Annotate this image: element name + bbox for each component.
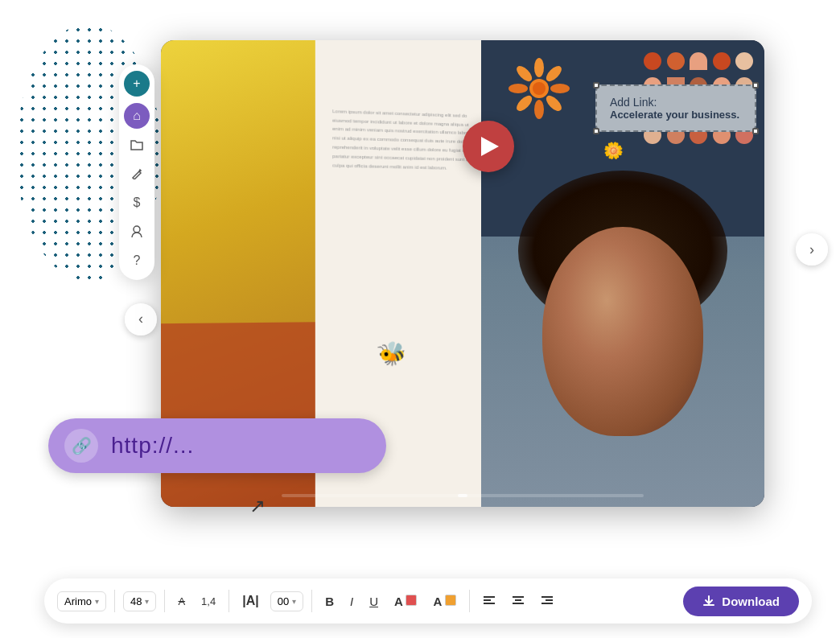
corner-handle-tr[interactable] bbox=[752, 82, 759, 88]
fill-color-button[interactable]: A bbox=[428, 591, 460, 611]
number-chevron-icon: ▾ bbox=[292, 597, 296, 606]
mouse-cursor: ↗ bbox=[249, 495, 266, 517]
text-color-swatch bbox=[406, 595, 417, 606]
svg-point-8 bbox=[514, 93, 534, 113]
bold-button[interactable]: B bbox=[320, 591, 339, 611]
divider-1 bbox=[114, 590, 115, 612]
woman-face bbox=[542, 227, 703, 436]
font-name-label: Arimo bbox=[64, 595, 92, 607]
page-text: Lorem ipsum dolor sit amet consectetur a… bbox=[332, 107, 476, 173]
number-label: 00 bbox=[278, 595, 289, 607]
pen-button[interactable] bbox=[124, 161, 150, 187]
link-icon: 🔗 bbox=[64, 429, 98, 463]
svg-point-9 bbox=[509, 84, 528, 93]
divider-4 bbox=[311, 590, 312, 612]
add-link-title: Add Link: bbox=[610, 96, 742, 109]
align-center-button[interactable] bbox=[507, 592, 529, 610]
number-select[interactable]: 00 ▾ bbox=[270, 591, 303, 611]
download-label: Download bbox=[722, 595, 780, 608]
url-bar[interactable]: 🔗 http://... bbox=[48, 418, 386, 473]
svg-point-10 bbox=[514, 64, 534, 84]
divider-2 bbox=[164, 590, 165, 612]
underline-button[interactable]: U bbox=[364, 591, 383, 611]
svg-point-3 bbox=[534, 58, 544, 77]
font-chevron-icon: ▾ bbox=[95, 597, 99, 606]
align-right-icon bbox=[541, 595, 554, 607]
text-strikethrough-icon: A bbox=[178, 595, 185, 607]
divider-5 bbox=[469, 590, 470, 612]
help-button[interactable]: ? bbox=[124, 248, 150, 274]
play-button[interactable] bbox=[463, 121, 514, 172]
add-link-tooltip: Add Link: Accelerate your business. bbox=[595, 84, 756, 132]
nav-arrow-right[interactable]: › bbox=[796, 233, 828, 265]
bottom-toolbar: Arimo ▾ 48 ▾ A 1,4 |A| 00 ▾ B I U A bbox=[44, 578, 812, 624]
scroll-bar[interactable] bbox=[282, 494, 644, 497]
italic-button[interactable]: I bbox=[345, 591, 358, 611]
url-text: http://... bbox=[111, 433, 194, 459]
add-button[interactable]: + bbox=[124, 71, 150, 97]
spacing-value: 1,4 bbox=[201, 595, 216, 607]
line-spacing-item: 1,4 bbox=[196, 592, 220, 611]
align-left-button[interactable] bbox=[478, 592, 500, 610]
fill-color-icon: A bbox=[433, 595, 455, 608]
svg-point-4 bbox=[544, 64, 564, 84]
add-link-subtitle: Accelerate your business. bbox=[610, 109, 742, 121]
text-color-icon: A bbox=[394, 595, 417, 608]
align-right-button[interactable] bbox=[536, 592, 558, 610]
bold-icon: B bbox=[325, 595, 334, 608]
size-chevron-icon: ▾ bbox=[145, 597, 149, 606]
char-spacing-btn[interactable]: |A| bbox=[237, 591, 264, 611]
font-family-select[interactable]: Arimo ▾ bbox=[57, 591, 106, 611]
download-icon bbox=[702, 595, 715, 607]
home-button[interactable]: ⌂ bbox=[124, 103, 150, 129]
corner-handle-br[interactable] bbox=[752, 128, 759, 134]
text-strikethrough-btn[interactable]: A bbox=[173, 592, 190, 611]
download-button[interactable]: Download bbox=[683, 587, 799, 616]
font-size-label: 48 bbox=[130, 595, 142, 607]
align-center-icon bbox=[512, 595, 525, 607]
svg-point-6 bbox=[544, 93, 564, 113]
align-left-icon bbox=[483, 595, 496, 607]
svg-point-2 bbox=[533, 82, 546, 95]
user-button[interactable] bbox=[124, 219, 150, 245]
corner-handle-tl[interactable] bbox=[593, 82, 599, 88]
svg-point-7 bbox=[534, 100, 544, 119]
text-color-button[interactable]: A bbox=[389, 591, 422, 611]
sunflower-decoration bbox=[507, 56, 571, 124]
dollar-button[interactable]: $ bbox=[124, 190, 150, 216]
underline-icon: U bbox=[369, 595, 378, 608]
nav-arrow-left[interactable]: ‹ bbox=[125, 303, 157, 335]
svg-point-0 bbox=[134, 226, 140, 233]
sidebar-toolbar: + ⌂ $ ? bbox=[119, 64, 154, 280]
scroll-thumb[interactable] bbox=[458, 494, 467, 497]
italic-icon: I bbox=[350, 595, 353, 608]
corner-handle-bl[interactable] bbox=[593, 128, 599, 134]
divider-3 bbox=[229, 590, 229, 612]
folder-button[interactable] bbox=[124, 132, 150, 158]
font-size-select[interactable]: 48 ▾ bbox=[123, 591, 156, 611]
small-flower-decoration: 🌼 bbox=[603, 141, 624, 160]
char-a-icon: |A| bbox=[242, 594, 259, 608]
svg-point-5 bbox=[550, 84, 570, 93]
fill-color-swatch bbox=[445, 595, 456, 606]
